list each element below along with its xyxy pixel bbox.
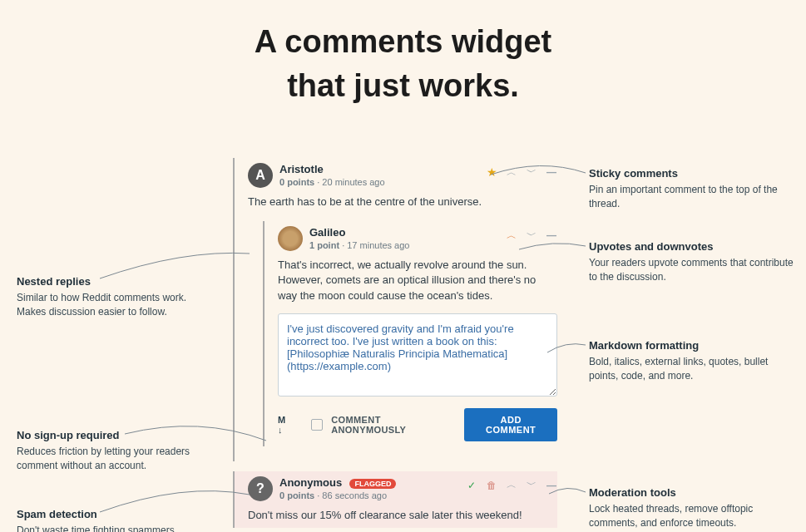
upvote-icon[interactable]: ︿: [506, 480, 517, 491]
comment-editor[interactable]: [278, 313, 557, 397]
delete-icon[interactable]: 🗑: [486, 480, 497, 491]
comment-points: 0 points: [279, 490, 314, 500]
comment-author: Galileo: [309, 226, 409, 239]
comment-time: 17 minutes ago: [347, 240, 409, 250]
comment-aristotle: A Aristotle 0 points · 20 minutes ago ★ …: [233, 158, 557, 461]
callout-spam: Spam detection Don't waste time fighting…: [17, 507, 177, 532]
comment-time: 86 seconds ago: [322, 490, 387, 500]
upvote-icon[interactable]: ︿: [506, 229, 517, 241]
comment-galileo: Galileo 1 point · 17 minutes ago ︿ ﹀ Tha…: [263, 221, 557, 446]
page-headline: A comments widget that just works.: [0, 20, 806, 108]
downvote-icon[interactable]: ﹀: [526, 480, 537, 491]
flagged-badge: FLAGGED: [349, 479, 396, 489]
comment-body: Don't miss our 15% off clearance sale la…: [248, 508, 557, 523]
avatar: A: [248, 163, 273, 188]
anonymous-label: COMMENT ANONYMOUSLY: [331, 415, 456, 435]
comment-anonymous: ? Anonymous FLAGGED 0 points · 86 second…: [233, 471, 557, 528]
comment-points: 1 point: [309, 240, 339, 250]
downvote-icon[interactable]: ﹀: [526, 229, 537, 241]
callout-votes: Upvotes and downvotes Your readers upvot…: [589, 239, 797, 284]
downvote-icon[interactable]: ﹀: [526, 166, 537, 178]
headline-line2: that just works.: [287, 68, 519, 103]
comment-body: The earth has to be at the centre of the…: [248, 195, 557, 209]
upvote-icon[interactable]: ︿: [506, 166, 517, 178]
callout-nosignup: No sign-up required Reduces friction by …: [17, 428, 216, 473]
comment-author: Aristotle: [279, 163, 385, 175]
comment-body: That's incorrect, we actually revolve ar…: [278, 258, 557, 303]
collapse-icon[interactable]: [546, 166, 557, 178]
comment-time: 20 minutes ago: [322, 177, 384, 187]
callout-sticky: Sticky comments Pin an important comment…: [589, 166, 797, 211]
markdown-hint[interactable]: M ↓: [278, 415, 294, 435]
add-comment-button[interactable]: ADD COMMENT: [464, 408, 557, 441]
comments-widget: A Aristotle 0 points · 20 minutes ago ★ …: [233, 158, 557, 532]
collapse-icon[interactable]: [546, 229, 557, 241]
collapse-icon[interactable]: [546, 480, 557, 491]
comment-points: 0 points: [279, 177, 314, 187]
headline-line1: A comments widget: [255, 24, 552, 59]
callout-markdown: Markdown formatting Bold, italics, exter…: [589, 338, 797, 383]
anonymous-checkbox[interactable]: [311, 419, 323, 431]
callout-mod: Moderation tools Lock heated threads, re…: [589, 485, 797, 530]
comment-author: Anonymous: [279, 476, 342, 489]
avatar: [278, 226, 303, 251]
callout-nested: Nested replies Similar to how Reddit com…: [17, 274, 208, 319]
approve-icon[interactable]: ✓: [466, 480, 477, 491]
avatar: ?: [248, 476, 273, 501]
star-icon[interactable]: ★: [486, 166, 497, 178]
